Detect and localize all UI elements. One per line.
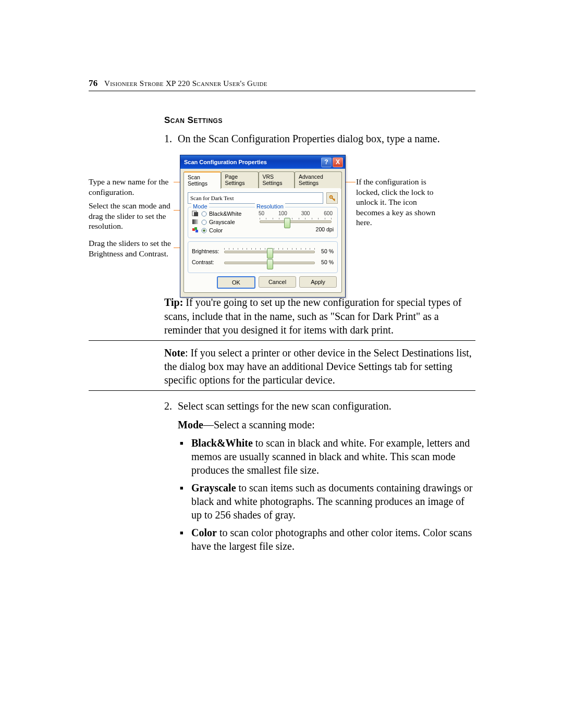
contrast-slider[interactable]	[222, 258, 317, 267]
step-2-number: 2.	[164, 399, 178, 413]
color-icon	[192, 227, 199, 233]
tip-label: Tip:	[164, 297, 183, 308]
close-button[interactable]: X	[333, 157, 343, 167]
brightness-value: 50 %	[320, 248, 334, 254]
step-1-number: 1.	[164, 132, 178, 145]
svg-rect-4	[192, 219, 198, 224]
step-2-text: Select scan settings for the new scan co…	[178, 399, 391, 413]
radio-icon	[201, 219, 207, 225]
note-text: : If you select a printer or other devic…	[164, 347, 472, 386]
bullet-bw: ■ Black&White to scan in black and white…	[180, 436, 475, 477]
tab-vrs-settings[interactable]: VRS Settings	[259, 171, 295, 188]
brightness-slider[interactable]	[222, 248, 317, 256]
svg-rect-8	[195, 230, 198, 232]
key-icon	[329, 195, 336, 202]
section-title: Scan Settings	[164, 115, 475, 126]
svg-point-10	[203, 229, 205, 232]
callout-mode: Select the scan mode and drag the slider…	[89, 201, 174, 231]
close-icon: X	[336, 158, 340, 166]
bullet-icon: ■	[180, 481, 191, 522]
step-2: 2. Select scan settings for the new scan…	[164, 399, 475, 413]
radio-icon	[201, 211, 207, 217]
bullet-grayscale: ■ Grayscale to scan items such as docume…	[180, 481, 475, 522]
contrast-value: 50 %	[320, 259, 334, 265]
resolution-legend: Resolution	[255, 203, 285, 209]
svg-rect-7	[194, 227, 197, 230]
apply-button[interactable]: Apply	[299, 276, 337, 288]
resolution-value: 200 dpi	[258, 226, 334, 232]
help-icon: ?	[324, 158, 328, 166]
config-name-input[interactable]	[188, 192, 323, 204]
radio-icon	[201, 228, 207, 233]
contrast-label: Contrast:	[192, 259, 219, 265]
step-1-text: On the Scan Configuration Properties dia…	[178, 132, 440, 145]
lock-toggle-button[interactable]	[326, 192, 338, 204]
tab-scan-settings[interactable]: Scan Settings	[183, 171, 221, 189]
bullet-icon: ■	[180, 436, 191, 477]
note-label: Note	[164, 347, 185, 359]
mode-bw[interactable]: Black&White	[192, 211, 254, 217]
callout-lock: If the configuration is locked, click th…	[356, 177, 442, 227]
page-number: 76	[89, 78, 104, 89]
help-button[interactable]: ?	[321, 157, 332, 167]
dialog-titlebar[interactable]: Scan Configuration Properties ? X	[180, 155, 345, 169]
tab-advanced-settings[interactable]: Advanced Settings	[295, 171, 342, 188]
svg-point-3	[202, 212, 206, 216]
tab-page-settings[interactable]: Page Settings	[221, 171, 259, 188]
mode-legend: Mode	[191, 203, 209, 209]
svg-rect-2	[194, 212, 198, 216]
cancel-button[interactable]: Cancel	[259, 276, 296, 288]
mode-color[interactable]: Color	[192, 227, 254, 233]
tip-text: If you're going to set up the new config…	[164, 297, 461, 336]
step-1: 1. On the Scan Configuration Properties …	[164, 132, 475, 145]
ok-button[interactable]: OK	[217, 276, 255, 289]
scan-config-dialog: Scan Configuration Properties ? X Scan S…	[180, 155, 346, 298]
callout-name: Type a new name for the configuration.	[89, 177, 174, 197]
callout-brightness: Drag the sliders to set the Brightness a…	[89, 238, 174, 258]
mode-intro-label: Mode	[178, 419, 203, 430]
svg-point-5	[202, 220, 206, 225]
bullet-color: ■ Color to scan color photographs and ot…	[180, 526, 475, 553]
mode-grayscale[interactable]: Grayscale	[192, 219, 254, 225]
brightness-label: Brightness:	[192, 248, 219, 254]
bw-icon	[192, 211, 199, 217]
running-header: Visioneer Strobe XP 220 Scanner User's G…	[104, 79, 267, 88]
dialog-title: Scan Configuration Properties	[184, 159, 267, 165]
mode-intro-text: —Select a scanning mode:	[203, 419, 315, 430]
bullet-icon: ■	[180, 526, 191, 553]
resolution-slider[interactable]	[258, 217, 334, 226]
grayscale-icon	[192, 219, 199, 225]
